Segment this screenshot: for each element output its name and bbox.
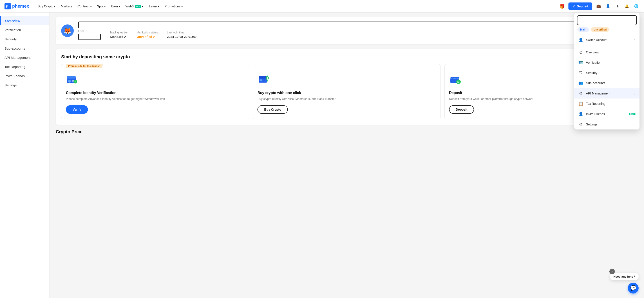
username-box [78, 21, 632, 28]
sidebar-item-verification[interactable]: Verification [0, 25, 49, 34]
chevron-down-icon: ▾ [158, 4, 159, 8]
svg-rect-11 [260, 79, 262, 81]
deposit-cards: Prerequisite for the deposit ✓ Complet [61, 64, 632, 119]
main-layout: Overview Verification Security Sub-accou… [0, 12, 644, 298]
svg-text:✓: ✓ [74, 81, 76, 83]
chevron-down-icon: ▾ [104, 4, 106, 8]
gift-icon[interactable]: 🎁 [559, 3, 565, 9]
nav-promotions[interactable]: Promotions ▾ [162, 3, 185, 9]
verification-icon: 🪪 [578, 60, 583, 65]
invite-friends-icon: 👤 [578, 112, 583, 117]
card-tag: Prerequisite for the deposit [66, 64, 102, 68]
dropdown-sub-accounts[interactable]: 👥 Sub-accounts [574, 78, 640, 88]
sidebar-item-security[interactable]: Security [0, 34, 49, 44]
dropdown-settings[interactable]: ⚙ Settings [574, 119, 640, 130]
user-id-value [78, 34, 101, 40]
nav-contract[interactable]: Contract ▾ [75, 3, 94, 9]
bell-icon[interactable]: 🔔 [624, 3, 630, 9]
identity-card-title: Complete Identity Verification [66, 91, 244, 95]
sub-accounts-label: Sub-accounts [586, 81, 636, 85]
buy-crypto-button[interactable]: Buy Crypto [258, 105, 288, 114]
navbar-actions: 🎁 ↙ Deposit 💼 👤 ⬇ 🔔 🌐 [559, 2, 640, 10]
security-icon: 🛡 [578, 70, 583, 75]
dropdown-divider-2 [574, 46, 640, 46]
last-login-value: 2024-10-08 20:01:49 [167, 35, 196, 39]
user-id-field: User ID [78, 30, 101, 40]
sidebar-item-tax-reporting[interactable]: Tax Reporting [0, 62, 49, 71]
account-dropdown: Main Unverified 👤 Switch Account ⊙ Overv… [574, 12, 640, 130]
nav-learn[interactable]: Learn ▾ [146, 3, 162, 9]
chevron-down-icon: ▾ [54, 4, 56, 8]
svg-rect-3 [67, 76, 76, 79]
sidebar-item-settings[interactable]: Settings [0, 81, 49, 90]
deposit-button-card[interactable]: Deposit [449, 105, 474, 114]
svg-rect-12 [267, 77, 268, 80]
chat-icon: 💬 [630, 285, 636, 291]
chevron-down-icon: ▾ [90, 4, 92, 8]
api-management-label: API Management [586, 92, 632, 95]
web3-badge: NEW [135, 5, 141, 8]
tax-reporting-icon: 📋 [578, 101, 583, 106]
chevron-down-icon: ▾ [181, 4, 183, 8]
settings-icon: ⚙ [578, 122, 583, 127]
verification-value[interactable]: Unverified > [137, 35, 158, 39]
dropdown-overview[interactable]: ⊙ Overview [574, 47, 640, 57]
close-help-button[interactable]: ✕ [609, 269, 615, 274]
verification-label: Verification [586, 61, 636, 64]
sidebar-item-sub-accounts[interactable]: Sub-accounts [0, 44, 49, 53]
nav-spot[interactable]: Spot ▾ [95, 3, 108, 9]
need-help-label: Need any help? [614, 275, 635, 278]
dropdown-api-management[interactable]: ⚙ API Management [574, 88, 640, 99]
security-label: Security [586, 71, 636, 75]
chevron-down-icon: ▾ [118, 4, 120, 8]
crypto-price-title: Crypto Price [56, 129, 638, 135]
api-management-icon: ⚙ [578, 91, 583, 96]
invite-badge: Rew [629, 113, 636, 115]
dropdown-security[interactable]: 🛡 Security [574, 68, 640, 78]
dropdown-tax-reporting[interactable]: 📋 Tax Reporting [574, 99, 640, 109]
trading-fee-value[interactable]: Standard > [110, 35, 128, 39]
user-icon[interactable]: 👤 [605, 3, 611, 9]
buy-crypto-title: Buy crypto with one-click [258, 91, 436, 95]
sidebar-item-api-management[interactable]: API Management [0, 53, 49, 62]
sub-accounts-icon: 👥 [578, 81, 583, 86]
main-content: 🦊 User ID Trading fee tier Standard > Ve… [50, 12, 644, 298]
profile-header: 🦊 User ID Trading fee tier Standard > Ve… [56, 17, 638, 44]
profile-info: User ID Trading fee tier Standard > Veri… [78, 30, 632, 40]
sidebar-item-invite-friends[interactable]: Invite Friends [0, 71, 49, 81]
nav-buy-crypto[interactable]: Buy Crypto ▾ [36, 3, 58, 9]
identity-icon: ✓ [66, 73, 244, 88]
overview-label: Overview [586, 50, 636, 54]
sidebar: Overview Verification Security Sub-accou… [0, 12, 50, 298]
need-help-bar: Need any help? [610, 273, 638, 280]
settings-label: Settings [586, 123, 636, 126]
deposit-section: Start by depositing some crypto Prerequi… [56, 49, 638, 125]
buy-crypto-desc: Buy crypto directly with Visa, Mastercar… [258, 97, 436, 101]
nav-markets[interactable]: Markets [59, 3, 74, 9]
dropdown-invite-friends[interactable]: 👤 Invite Friends Rew [574, 109, 640, 119]
brand-logo[interactable]: ℙ phemex [4, 3, 29, 9]
globe-icon[interactable]: 🌐 [633, 3, 640, 9]
nav-web3[interactable]: Web3 NEW ▾ [123, 3, 146, 9]
chat-button[interactable]: 💬 [628, 283, 638, 294]
api-chevron-icon [634, 91, 636, 96]
dropdown-header-box [577, 15, 637, 25]
verify-button[interactable]: Verify [66, 105, 88, 114]
sidebar-item-overview[interactable]: Overview [0, 16, 49, 25]
dropdown-verification[interactable]: 🪪 Verification [574, 57, 640, 68]
dropdown-tags: Main Unverified [574, 25, 640, 33]
deposit-button[interactable]: ↙ Deposit [568, 2, 592, 10]
chevron-right-icon [634, 38, 636, 42]
navbar: ℙ phemex Buy Crypto ▾ Markets Contract ▾… [0, 0, 644, 12]
invite-friends-label: Invite Friends [586, 112, 626, 116]
overview-icon: ⊙ [578, 50, 583, 55]
wallet-icon[interactable]: 💼 [596, 3, 602, 9]
chevron-down-icon: ▾ [142, 4, 144, 8]
svg-point-4 [68, 80, 71, 83]
dropdown-switch-account[interactable]: 👤 Switch Account [574, 35, 640, 45]
buy-crypto-icon [258, 73, 436, 88]
nav-earn[interactable]: Earn ▾ [109, 3, 122, 9]
download-icon[interactable]: ⬇ [614, 3, 620, 9]
deposit-icon: ↙ [572, 4, 576, 8]
buy-crypto-card: Buy crypto with one-click Buy crypto dir… [253, 64, 441, 119]
